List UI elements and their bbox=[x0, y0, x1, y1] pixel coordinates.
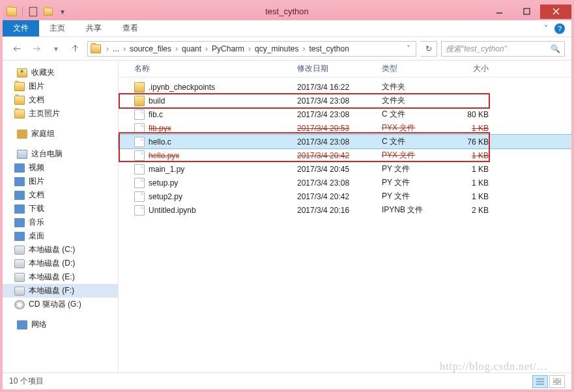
search-icon[interactable]: 🔍 bbox=[551, 44, 560, 53]
sidebar-homegroup[interactable]: 家庭组 bbox=[3, 127, 118, 141]
file-type: 文件夹 bbox=[377, 81, 442, 92]
sidebar-favorites[interactable]: 收藏夹 bbox=[3, 66, 118, 79]
nav-forward-button[interactable]: 🡢 bbox=[29, 41, 44, 57]
computer-icon bbox=[17, 150, 27, 159]
view-details-button[interactable] bbox=[532, 375, 548, 388]
sidebar-item[interactable]: 本地磁盘 (D:) bbox=[3, 257, 118, 270]
network-icon bbox=[17, 320, 27, 329]
crumb[interactable]: test_cython bbox=[308, 44, 350, 53]
folder-icon bbox=[91, 44, 101, 53]
col-date[interactable]: 修改日期 bbox=[292, 63, 377, 74]
qat-newfolder-icon[interactable] bbox=[42, 6, 54, 18]
drive-icon bbox=[14, 259, 25, 268]
chevron-right-icon[interactable]: › bbox=[104, 44, 111, 53]
sidebar-item[interactable]: 本地磁盘 (C:) bbox=[3, 243, 118, 257]
chevron-right-icon[interactable]: › bbox=[246, 44, 253, 53]
col-name[interactable]: 名称 bbox=[129, 63, 292, 74]
sidebar-item[interactable]: 本地磁盘 (F:) bbox=[3, 284, 118, 298]
sidebar-item[interactable]: 主页照片 bbox=[3, 107, 118, 120]
ribbon-collapse-icon[interactable]: ˅ bbox=[544, 24, 548, 33]
svg-rect-2 bbox=[524, 8, 530, 14]
sidebar-label: 本地磁盘 (D:) bbox=[29, 258, 75, 269]
file-row[interactable]: setup.py2017/3/4 23:08PY 文件1 KB bbox=[119, 176, 571, 189]
drive-icon bbox=[14, 245, 25, 255]
file-icon bbox=[134, 109, 145, 120]
col-type[interactable]: 类型 bbox=[377, 63, 442, 74]
sidebar-network[interactable]: 网络 bbox=[3, 318, 118, 331]
sidebar-item[interactable]: 文档 bbox=[3, 93, 118, 107]
maximize-button[interactable] bbox=[513, 5, 540, 19]
breadcrumb[interactable]: › ... › source_files › quant › PyCharm ›… bbox=[87, 41, 416, 57]
refresh-button[interactable]: ↻ bbox=[420, 41, 437, 57]
folder-icon bbox=[7, 7, 17, 16]
tab-share[interactable]: 共享 bbox=[76, 20, 112, 36]
nav-history-dropdown[interactable]: ▾ bbox=[48, 41, 64, 57]
sidebar-item[interactable]: 本地磁盘 (E:) bbox=[3, 270, 118, 284]
file-row[interactable]: fib.c2017/3/4 23:08C 文件80 KB bbox=[119, 107, 571, 121]
file-row[interactable]: main_1.py2017/3/4 20:45PY 文件1 KB bbox=[119, 162, 571, 176]
view-icons-button[interactable] bbox=[549, 375, 565, 388]
nav-pane: 收藏夹 图片 文档 主页照片 家庭组 这台电脑 视频 图片 文档 下载 音乐 桌… bbox=[3, 61, 119, 372]
tab-home[interactable]: 主页 bbox=[39, 20, 76, 36]
tab-file[interactable]: 文件 bbox=[3, 20, 39, 36]
nav-up-button[interactable]: 🡡 bbox=[68, 41, 83, 57]
file-icon bbox=[134, 178, 145, 188]
sidebar-thispc[interactable]: 这台电脑 bbox=[3, 147, 118, 161]
file-date: 2017/3/4 23:08 bbox=[292, 96, 377, 105]
tab-view[interactable]: 查看 bbox=[112, 20, 149, 36]
file-row[interactable]: build2017/3/4 23:08文件夹 bbox=[119, 94, 571, 107]
help-icon[interactable]: ? bbox=[554, 23, 565, 34]
crumb[interactable]: source_files bbox=[128, 44, 173, 53]
sidebar-item[interactable]: 桌面 bbox=[3, 229, 118, 243]
file-type: IPYNB 文件 bbox=[377, 204, 442, 216]
status-text: 10 个项目 bbox=[9, 376, 44, 387]
nav-back-button[interactable]: 🡠 bbox=[9, 41, 25, 57]
sidebar-label: 家庭组 bbox=[31, 128, 55, 139]
sidebar-item[interactable]: 音乐 bbox=[3, 216, 118, 229]
minimize-button[interactable] bbox=[485, 5, 513, 19]
file-size: 1 KB bbox=[442, 165, 494, 174]
sidebar-item[interactable]: CD 驱动器 (G:) bbox=[3, 298, 118, 311]
chevron-down-icon[interactable]: ˅ bbox=[404, 44, 413, 53]
chevron-right-icon[interactable]: › bbox=[300, 44, 308, 53]
sidebar-item[interactable]: 文档 bbox=[3, 188, 118, 202]
desktop-icon bbox=[14, 232, 25, 241]
search-input[interactable] bbox=[446, 44, 551, 53]
sidebar-item[interactable]: 视频 bbox=[3, 161, 118, 175]
status-bar: 10 个项目 bbox=[3, 372, 571, 389]
sidebar-item[interactable]: 下载 bbox=[3, 202, 118, 216]
file-size: 80 KB bbox=[442, 110, 494, 119]
file-type: C 文件 bbox=[377, 109, 442, 120]
qat-properties-icon[interactable] bbox=[28, 6, 40, 18]
file-list-area: 名称 修改日期 类型 大小 .ipynb_checkpoints2017/3/4… bbox=[119, 61, 571, 372]
file-size: 1 KB bbox=[442, 151, 494, 160]
titlebar: ▾ test_cython bbox=[3, 3, 571, 20]
crumb[interactable]: quant bbox=[180, 44, 203, 53]
file-name: main_1.py bbox=[149, 165, 184, 174]
file-row[interactable]: setup2.py2017/3/4 20:42PY 文件1 KB bbox=[119, 189, 571, 203]
cd-drive-icon bbox=[14, 300, 25, 309]
search-box[interactable]: 🔍 bbox=[441, 41, 565, 57]
svg-rect-8 bbox=[553, 378, 556, 381]
chevron-right-icon[interactable]: › bbox=[203, 44, 210, 53]
file-name: setup.py bbox=[149, 178, 178, 188]
music-icon bbox=[14, 218, 25, 227]
chevron-right-icon[interactable]: › bbox=[121, 44, 128, 53]
file-row[interactable]: hello.pyx2017/3/4 20:42PYX 文件1 KB bbox=[119, 148, 571, 162]
chevron-right-icon[interactable]: › bbox=[173, 44, 180, 53]
file-row[interactable]: fib.pyx2017/3/4 20:53PYX 文件1 KB bbox=[119, 121, 571, 135]
sidebar-item[interactable]: 图片 bbox=[3, 79, 118, 93]
qat-dropdown-icon[interactable]: ▾ bbox=[57, 6, 68, 18]
file-row[interactable]: hello.c2017/3/4 23:08C 文件76 KB bbox=[119, 135, 571, 148]
folder-icon bbox=[134, 96, 145, 106]
crumb[interactable]: qcy_minutes bbox=[253, 44, 300, 53]
file-row[interactable]: Untitled.ipynb2017/3/4 20:16IPYNB 文件2 KB bbox=[119, 203, 571, 217]
sidebar-label: 本地磁盘 (C:) bbox=[29, 244, 75, 255]
sidebar-item[interactable]: 图片 bbox=[3, 175, 118, 188]
crumb-ellipsis[interactable]: ... bbox=[111, 44, 121, 53]
file-icon bbox=[134, 191, 145, 202]
crumb[interactable]: PyCharm bbox=[210, 44, 246, 53]
col-size[interactable]: 大小 bbox=[442, 63, 494, 74]
close-button[interactable] bbox=[540, 5, 571, 19]
file-row[interactable]: .ipynb_checkpoints2017/3/4 16:22文件夹 bbox=[119, 80, 571, 94]
